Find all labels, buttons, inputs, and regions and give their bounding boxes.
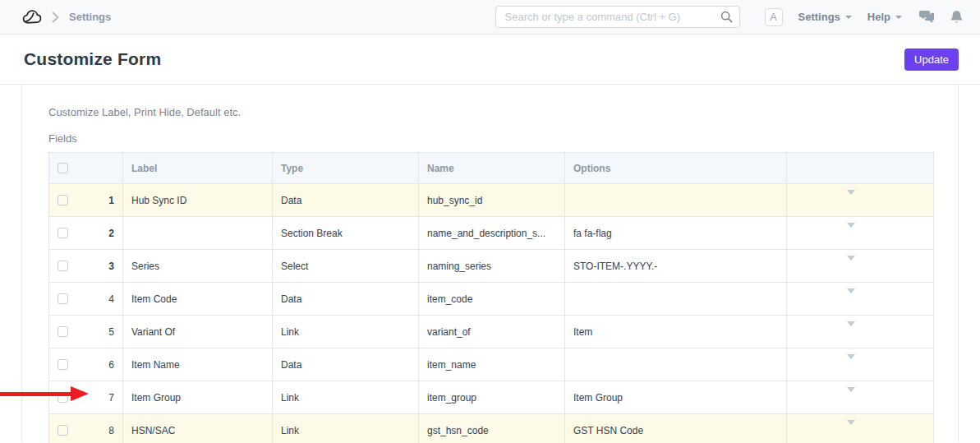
- help-menu-label: Help: [867, 11, 890, 23]
- table-row[interactable]: 1 Hub Sync ID Data hub_sync_id: [49, 184, 934, 217]
- page-title: Customize Form: [24, 49, 161, 69]
- cell-options[interactable]: Item: [565, 316, 787, 348]
- global-search: [495, 6, 740, 28]
- row-checkbox[interactable]: [58, 425, 68, 436]
- row-index: 8: [108, 425, 114, 436]
- row-expand-caret-icon[interactable]: [847, 387, 855, 404]
- cell-label[interactable]: Item Code: [123, 283, 273, 316]
- row-expand-caret-icon[interactable]: [847, 354, 855, 371]
- breadcrumb[interactable]: Settings: [69, 11, 111, 23]
- select-all-checkbox[interactable]: [58, 163, 68, 173]
- cell-name[interactable]: gst_hsn_code: [419, 414, 565, 443]
- update-button[interactable]: Update: [904, 48, 959, 71]
- cell-name[interactable]: name_and_description_s...: [419, 217, 565, 250]
- column-header-actions: [787, 153, 934, 184]
- column-header-name: Name: [419, 153, 565, 184]
- column-header-type: Type: [273, 153, 419, 184]
- row-checkbox[interactable]: [58, 392, 68, 403]
- table-row[interactable]: 7 Item Group Link item_group Item Group: [49, 381, 934, 414]
- help-menu[interactable]: Help: [867, 11, 902, 23]
- table-row[interactable]: 5 Variant Of Link variant_of Item: [49, 316, 934, 348]
- row-index: 5: [108, 326, 114, 338]
- cell-options[interactable]: [565, 348, 787, 381]
- row-checkbox[interactable]: [58, 261, 68, 271]
- chevron-down-icon: [895, 16, 902, 19]
- row-expand-caret-icon[interactable]: [847, 321, 855, 338]
- cell-label[interactable]: HSN/SAC: [123, 414, 273, 443]
- cell-type[interactable]: Data: [273, 348, 419, 381]
- grid-header-row: Label Type Name Options: [49, 153, 934, 184]
- column-header-options: Options: [565, 153, 787, 184]
- row-expand-caret-icon[interactable]: [847, 288, 855, 305]
- settings-menu-label: Settings: [798, 11, 840, 23]
- row-expand-caret-icon[interactable]: [847, 190, 855, 206]
- app-logo-icon[interactable]: [22, 8, 42, 25]
- fields-grid: Label Type Name Options 1 Hub Sync ID Da…: [48, 152, 934, 443]
- cell-options[interactable]: [565, 283, 787, 316]
- row-index: 4: [108, 293, 114, 305]
- table-row[interactable]: 4 Item Code Data item_code: [49, 283, 934, 316]
- form-body: Customize Label, Print Hide, Default etc…: [21, 85, 959, 442]
- feedback-chat-icon[interactable]: [918, 10, 934, 24]
- cell-type[interactable]: Link: [273, 414, 419, 443]
- cell-name[interactable]: item_code: [419, 283, 565, 316]
- row-expand-caret-icon[interactable]: [847, 420, 855, 436]
- row-index: 7: [108, 392, 114, 404]
- row-expand-caret-icon[interactable]: [847, 256, 855, 272]
- row-checkbox[interactable]: [58, 195, 68, 205]
- row-index: 1: [108, 195, 114, 206]
- cell-options[interactable]: Item Group: [565, 381, 787, 414]
- cell-options[interactable]: fa fa-flag: [565, 217, 787, 250]
- cell-name[interactable]: hub_sync_id: [419, 184, 565, 217]
- cell-name[interactable]: item_name: [419, 348, 565, 381]
- cell-name[interactable]: item_group: [419, 381, 565, 414]
- row-index: 6: [108, 359, 114, 371]
- search-input[interactable]: [495, 6, 740, 28]
- search-icon[interactable]: [720, 11, 733, 26]
- notifications-bell-icon[interactable]: [950, 10, 963, 24]
- row-checkbox[interactable]: [58, 359, 68, 370]
- navbar: Settings A Settings Help: [0, 0, 980, 35]
- breadcrumb-chevron-icon: [52, 12, 59, 23]
- section-subtitle: Customize Label, Print Hide, Default etc…: [48, 106, 958, 118]
- row-checkbox[interactable]: [58, 293, 68, 304]
- cell-type[interactable]: Data: [273, 184, 419, 217]
- cell-type[interactable]: Link: [273, 316, 419, 348]
- cell-label[interactable]: Item Name: [123, 348, 273, 381]
- fields-label: Fields: [48, 132, 958, 145]
- cell-options[interactable]: [565, 184, 787, 217]
- cell-name[interactable]: naming_series: [419, 250, 565, 283]
- cell-type[interactable]: Data: [273, 283, 419, 316]
- page-header: Customize Form Update: [0, 35, 980, 85]
- table-row[interactable]: 3 Series Select naming_series STO-ITEM-.…: [49, 250, 934, 283]
- cell-options[interactable]: GST HSN Code: [565, 414, 787, 443]
- table-row[interactable]: 6 Item Name Data item_name: [49, 348, 934, 381]
- row-checkbox[interactable]: [58, 228, 68, 238]
- cell-type[interactable]: Section Break: [273, 217, 419, 250]
- table-row[interactable]: 2 Section Break name_and_description_s..…: [49, 217, 934, 250]
- table-row[interactable]: 8 HSN/SAC Link gst_hsn_code GST HSN Code: [49, 414, 934, 443]
- row-index: 2: [108, 228, 114, 239]
- cell-type[interactable]: Link: [273, 381, 419, 414]
- cell-label[interactable]: Variant Of: [123, 316, 273, 348]
- cell-label[interactable]: [123, 217, 273, 250]
- chevron-down-icon: [845, 16, 852, 19]
- navbar-right: A Settings Help: [765, 8, 963, 26]
- cell-name[interactable]: variant_of: [419, 316, 565, 348]
- cell-options[interactable]: STO-ITEM-.YYYY.-: [565, 250, 787, 283]
- settings-menu[interactable]: Settings: [798, 11, 852, 23]
- row-expand-caret-icon[interactable]: [847, 223, 855, 239]
- cell-type[interactable]: Select: [273, 250, 419, 283]
- avatar[interactable]: A: [765, 8, 783, 26]
- cell-label[interactable]: Hub Sync ID: [123, 184, 273, 217]
- row-checkbox[interactable]: [58, 326, 68, 337]
- row-index: 3: [108, 261, 114, 272]
- cell-label[interactable]: Series: [123, 250, 273, 283]
- column-header-label: Label: [123, 153, 273, 184]
- cell-label[interactable]: Item Group: [123, 381, 273, 414]
